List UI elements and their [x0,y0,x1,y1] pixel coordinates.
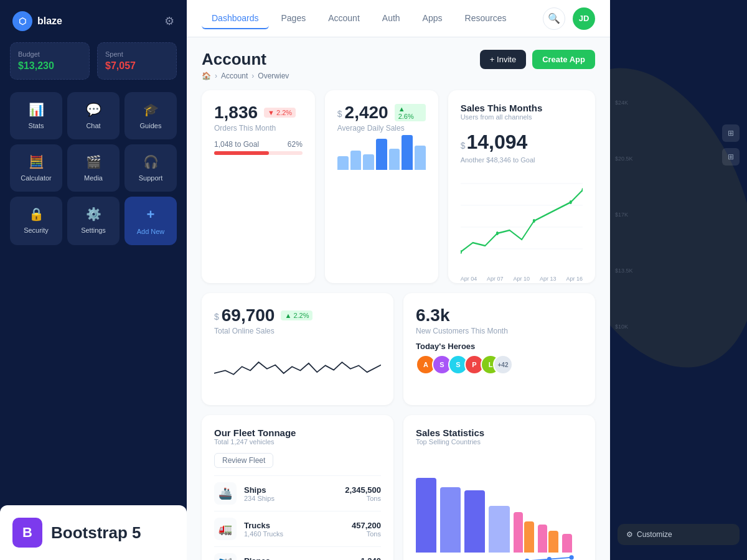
bar-6 [402,135,413,170]
online-sales-label: Total Online Sales [214,327,381,335]
nav-label-calculator: Calculator [21,174,52,182]
top-nav: Dashboards Pages Account Auth Apps Resou… [187,0,610,37]
security-icon: 🔒 [29,207,44,222]
bootstrap-badge: B Bootstrap 5 [0,505,187,560]
bootstrap-icon: B [12,518,42,548]
media-icon: 🎬 [86,154,101,169]
customize-label: Customize [637,530,672,539]
online-sales-card: $ 69,700 ▲ 2.2% Total Online Sales [202,293,393,405]
logo-icon: ⬡ [12,11,32,31]
wavy-chart [214,343,381,393]
bar-group-6 [538,525,558,553]
panel-ctrl-1[interactable]: ⊞ [722,124,740,142]
spent-label: Spent [105,50,169,58]
fleet-row-trucks: 🚛 Trucks 1,460 Trucks 457,200 Tons [214,511,381,546]
sales-month-card: Sales This Months Users from all channel… [448,90,595,283]
bootstrap-label: Bootstrap 5 [51,523,141,543]
support-icon: 🎧 [143,154,159,169]
nav-label-settings: Settings [81,226,106,234]
budget-label: Budget [18,50,82,58]
bar-7 [415,146,426,170]
bar-group-1 [416,478,436,553]
logo-area: ⬡ blaze [12,11,62,31]
tab-dashboards[interactable]: Dashboards [202,8,269,29]
breadcrumb-home[interactable]: 🏠 [202,72,211,80]
orders-badge: ▼ 2.2% [264,108,296,118]
review-fleet-button[interactable]: Review Fleet [214,453,273,468]
main-content: Dashboards Pages Account Auth Apps Resou… [187,0,610,560]
tab-pages[interactable]: Pages [271,8,316,29]
svg-point-6 [532,219,535,223]
breadcrumb-account[interactable]: Account [221,72,248,80]
planes-info: Planes 8 Aircrafts [244,556,353,561]
sales-month-currency: $ [461,141,466,151]
y-label-17k: $17K [615,212,633,218]
y-label-20k: $20.5K [615,156,633,162]
search-button[interactable]: 🔍 [543,7,565,30]
invite-button[interactable]: + Invite [480,50,526,69]
panel-controls: ⊞ ⊞ [722,124,740,166]
bar-g6-2 [548,531,558,553]
sales-month-value: 14,094 [466,131,527,154]
heroes-avatars: A S S P L +42 [416,355,583,375]
panel-ctrl-2[interactable]: ⊞ [722,148,740,166]
progress-pct: 62% [288,140,303,149]
nav-item-guides[interactable]: 🎓 Guides [125,92,177,139]
tab-account[interactable]: Account [318,8,370,29]
nav-item-stats[interactable]: 📊 Stats [10,92,62,139]
bar-group-5 [514,512,534,553]
bar-g7-1 [562,534,573,553]
daily-sales-badge: ▲ 2.6% [395,104,426,121]
bottom-grid: Our Fleet Tonnage Total 1,247 vehicles R… [202,415,595,560]
nav-item-settings[interactable]: ⚙️ Settings [67,197,120,245]
nav-item-support[interactable]: 🎧 Support [125,144,177,192]
sidebar-menu-icon[interactable]: ⚙ [164,14,174,28]
create-app-button[interactable]: Create App [532,50,595,69]
sales-month-title: Sales This Months [461,103,583,113]
trucks-count: 1,460 Trucks [244,530,344,538]
breadcrumb-sep2: › [251,72,254,80]
budget-card: Budget $13,230 [10,42,90,80]
second-row: $ 69,700 ▲ 2.2% Total Online Sales 6.3k … [202,293,595,405]
top-nav-right: 🔍 JD [543,7,595,30]
ships-icon: 🚢 [214,482,237,505]
tab-apps[interactable]: Apps [413,8,453,29]
bar-group-7 [562,534,583,553]
add-icon: + [147,207,155,223]
bar-g4-1 [489,506,509,553]
ships-unit: Tons [345,495,381,502]
chat-icon: 💬 [86,102,101,117]
nav-item-security[interactable]: 🔒 Security [10,197,62,245]
customize-icon: ⚙ [626,530,633,539]
fleet-section: Our Fleet Tonnage Total 1,247 vehicles R… [202,415,393,560]
daily-sales-label: Average Daily Sales [337,124,426,133]
apr-label-3: Apr 10 [514,276,530,282]
online-sales-currency: $ [214,312,219,322]
sidebar: ⬡ blaze ⚙ Budget $13,230 Spent $7,057 📊 … [0,0,187,560]
mini-bar-chart [337,133,426,170]
fleet-row-ships: 🚢 Ships 234 Ships 2,345,500 Tons [214,475,381,511]
tab-auth[interactable]: Auth [372,8,410,29]
user-avatar[interactable]: JD [573,7,595,30]
chart-x-labels: Apr 04 Apr 07 Apr 10 Apr 13 Apr 16 [461,276,583,282]
customize-button[interactable]: ⚙ Customize [618,524,740,545]
nav-item-calculator[interactable]: 🧮 Calculator [10,144,62,192]
sales-line-chart: Apr 04 Apr 07 Apr 10 Apr 13 Apr 16 [461,171,583,271]
nav-item-media[interactable]: 🎬 Media [67,144,120,192]
fleet-row-planes: ✈️ Planes 8 Aircrafts 1,240 Tons [214,546,381,560]
nav-item-add-new[interactable]: + Add New [125,197,177,245]
nav-label-media: Media [84,174,103,182]
orders-card: 1,836 ▼ 2.2% Orders This Month 1,048 to … [202,90,315,283]
orders-label: Orders This Month [214,124,303,133]
sidebar-header: ⬡ blaze ⚙ [0,0,187,42]
budget-cards: Budget $13,230 Spent $7,057 [0,42,187,92]
nav-label-support: Support [139,174,163,182]
breadcrumb: 🏠 › Account › Overwiev [202,72,289,80]
tab-resources[interactable]: Resources [455,8,517,29]
trend-line-area [416,555,583,560]
nav-item-chat[interactable]: 💬 Chat [67,92,120,139]
apr-label-5: Apr 16 [566,276,583,282]
bar-g1-1 [416,478,436,553]
apr-label-2: Apr 07 [487,276,504,282]
svg-point-16 [570,555,574,559]
